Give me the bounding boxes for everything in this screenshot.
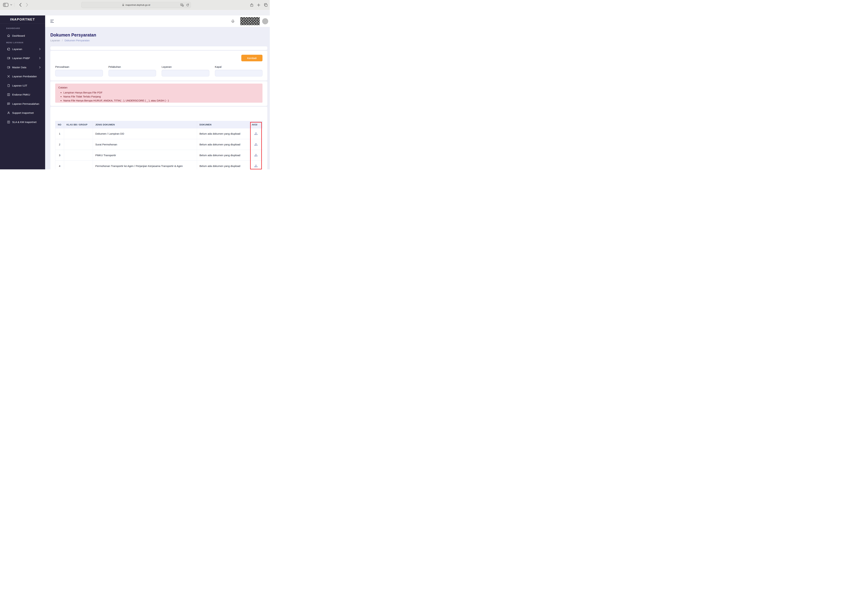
notice-card: Catatan Lampiran Hanya Berupa File PDF N… [50, 81, 267, 106]
sidebar-item-laporan-permasalahan[interactable]: Laporan Permasalahan [0, 100, 45, 107]
sidebar-item-label: Laporan UJT [12, 84, 27, 87]
alert-item: Nama File Tidak Terlalu Panjang [64, 95, 259, 98]
sidebar-item-layanan[interactable]: Layanan [0, 45, 45, 53]
new-tab-button[interactable] [257, 3, 260, 7]
field-kapal: Kapal [215, 65, 263, 76]
field-perusahaan: Perusahaan [55, 65, 103, 76]
translate-icon: A [180, 3, 184, 7]
cell-klas-bb-group [64, 161, 93, 169]
kapal-input[interactable] [215, 70, 263, 76]
upload-button[interactable] [254, 142, 258, 147]
tab-overview-button[interactable] [264, 3, 268, 7]
sidebar-item-master-data[interactable]: Master Data [0, 64, 45, 71]
sidebar-item-layanan-pembatalan[interactable]: Layanan Pembatalan [0, 73, 45, 80]
pelabuhan-input[interactable] [108, 70, 156, 76]
menu-toggle-button[interactable] [50, 20, 54, 23]
forward-button[interactable] [26, 3, 28, 7]
page-title: Dokumen Persyaratan [50, 33, 267, 37]
kembali-button[interactable]: Kembali [241, 55, 262, 61]
breadcrumb-parent[interactable]: Layanan [50, 39, 60, 42]
address-bar[interactable]: inaportnet.dephub.go.id A [81, 2, 191, 8]
table-row: 4 Permohonan Transportir ke Agen / Perja… [55, 161, 263, 169]
home-icon [7, 34, 10, 37]
sidebar-item-laporan-ujt[interactable]: Laporan UJT [0, 82, 45, 89]
sidebar-item-sla-km-inaportnet[interactable]: SLA & KM Inaportnet [0, 118, 45, 126]
filter-fields: Perusahaan Pelabuhan Layanan Kapal [55, 65, 262, 76]
field-label: Layanan [162, 65, 209, 68]
sidebar-section-menu-layanan: MENU LAYANAN [6, 42, 45, 43]
catatan-alert: Catatan Lampiran Hanya Berupa File PDF N… [55, 84, 262, 102]
sidebar-toggle-button[interactable] [3, 3, 9, 7]
upload-icon [254, 143, 258, 146]
chevron-right-icon [39, 66, 40, 68]
breadcrumb: Layanan / Dokumen Persyaratan [50, 39, 267, 42]
card-header-strip [50, 47, 267, 50]
sidebar-item-label: Layanan Pembatalan [12, 75, 37, 78]
table-row: 3 PMKU Transportir Belum ada dokumen yan… [55, 150, 263, 161]
cell-dokumen: Belum ada dokumen yang diupload [197, 150, 249, 161]
cell-no: 2 [55, 139, 64, 150]
upload-button[interactable] [254, 153, 258, 158]
alert-item: Lampiran Hanya Berupa File PDF [64, 90, 259, 95]
sidebar: INAPORTNET DASHBOARD Dashboard MENU LAYA… [0, 16, 45, 169]
avatar[interactable] [262, 18, 268, 24]
text-box-icon [7, 120, 10, 124]
cell-jenis-dokumen: Dokumen / Lampiran DO [93, 128, 197, 139]
window-background-band [0, 10, 270, 16]
file-icon [7, 84, 10, 87]
plus-icon [257, 3, 260, 7]
filter-card: Kembali Perusahaan Pelabuhan Layanan Kap… [50, 51, 267, 81]
sidebar-item-label: Master Data [12, 66, 26, 69]
sidebar-item-label: Dashboard [12, 34, 25, 37]
cell-dokumen: Belum ada dokumen yang diupload [197, 128, 249, 139]
alert-title: Catatan [58, 85, 259, 90]
sidebar-item-endorse-pmku[interactable]: Endorse PMKU [0, 91, 45, 98]
tabs-icon [264, 3, 268, 7]
chevron-down-icon [10, 4, 12, 6]
upload-button[interactable] [254, 131, 258, 136]
text-box-icon [7, 93, 10, 96]
field-label: Perusahaan [55, 65, 103, 68]
sidebar-item-dashboard[interactable]: Dashboard [0, 32, 45, 39]
alert-item: Nama File Hanya Berupa HURUF, ANGKA, TIT… [64, 98, 259, 102]
sidebar-item-support-inaportnet[interactable]: Support Inaportnet [0, 109, 45, 117]
bell-icon [231, 19, 235, 23]
perusahaan-input[interactable] [55, 70, 103, 76]
sidebar-item-label: Laporan Permasalahan [12, 102, 39, 105]
sidebar-section-dashboard: DASHBOARD [6, 27, 45, 30]
field-label: Kapal [215, 65, 263, 68]
url-text: inaportnet.dephub.go.id [126, 4, 150, 6]
cell-dokumen: Belum ada dokumen yang diupload [197, 139, 249, 150]
cell-jenis-dokumen: PMKU Transportir [93, 150, 197, 161]
cell-aksi [249, 161, 263, 169]
chevron-right-icon [39, 57, 40, 59]
sidebar-item-layanan-pnbp[interactable]: Layanan PNBP [0, 54, 45, 62]
notifications-button[interactable] [231, 19, 235, 23]
wallet-icon [7, 56, 10, 60]
cell-aksi [249, 139, 263, 150]
user-icon [7, 111, 10, 115]
table-row: 2 Surat Permohonan Belum ada dokumen yan… [55, 139, 263, 150]
sidebar-menu-chevron-button[interactable] [10, 4, 12, 6]
col-header-aksi: AKSI [249, 121, 263, 128]
sidebar-item-label: Layanan [12, 48, 22, 51]
breadcrumb-current: Dokumen Persyaratan [65, 39, 90, 42]
table-row: 1 Dokumen / Lampiran DO Belum ada dokume… [55, 128, 263, 139]
sidebar-item-label: Support Inaportnet [12, 111, 34, 114]
cell-dokumen: Belum ada dokumen yang diupload [197, 161, 249, 169]
layanan-input[interactable] [162, 70, 209, 76]
translate-button[interactable]: A [180, 3, 184, 7]
sidebar-item-label: Endorse PMKU [12, 93, 30, 96]
back-button[interactable] [19, 3, 22, 7]
reload-button[interactable] [186, 3, 189, 6]
share-button[interactable] [250, 3, 254, 7]
documents-table-card: NO KLAS BB / GROUP JENIS DOKUMEN DOKUMEN… [50, 107, 267, 169]
cell-klas-bb-group [64, 150, 93, 161]
field-pelabuhan: Pelabuhan [108, 65, 156, 76]
upload-icon [254, 153, 258, 157]
sidebar-item-label: Layanan PNBP [12, 57, 30, 60]
field-label: Pelabuhan [108, 65, 156, 68]
upload-button[interactable] [254, 164, 258, 169]
reload-icon [186, 3, 189, 6]
cell-klas-bb-group [64, 139, 93, 150]
